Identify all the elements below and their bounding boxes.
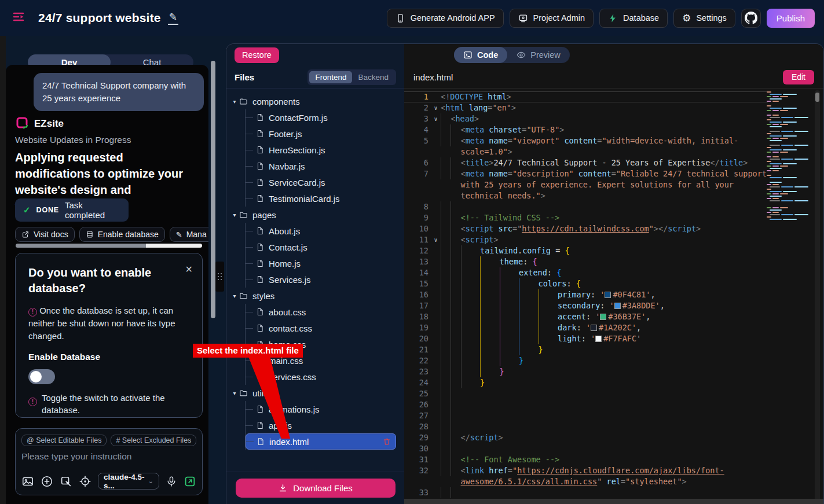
line-number: 31 (411, 454, 431, 465)
download-files-button[interactable]: Download Files (236, 479, 395, 498)
fold-gutter (431, 135, 441, 157)
file-contactform-js[interactable]: ContactForm.js (246, 109, 400, 126)
fold-chevron-icon[interactable]: ∨ (431, 234, 441, 245)
sidebar-vertical-scrollbar[interactable] (211, 61, 215, 318)
code-text (461, 421, 768, 432)
fold-gutter (431, 421, 441, 432)
download-label: Download Files (293, 483, 353, 493)
restore-button[interactable]: Restore (235, 47, 279, 63)
file-servicecard-js[interactable]: ServiceCard.js (246, 174, 400, 190)
tab-preview[interactable]: Preview (507, 47, 570, 63)
file-about-css[interactable]: about.css (246, 304, 400, 320)
add-icon[interactable] (41, 475, 53, 488)
close-icon[interactable]: ✕ (185, 264, 193, 275)
code-text: colors: { (539, 278, 768, 289)
actions-horizontal-scrollbar[interactable] (16, 244, 202, 248)
target-icon[interactable] (79, 475, 91, 488)
dialog-title: Do you want to enable database? (28, 265, 173, 296)
folder-children: About.jsContact.jsHome.jsServices.js (245, 223, 400, 288)
folder-utils[interactable]: ▾utils (230, 385, 400, 401)
code-line-23: 23 } (404, 366, 768, 377)
code-text: extend: { (519, 267, 768, 278)
admin-icon (518, 13, 528, 23)
fold-gutter (431, 487, 441, 498)
file-about-js[interactable]: About.js (246, 223, 400, 239)
delete-file-icon[interactable] (383, 437, 391, 446)
brand-name: EZsite (34, 118, 64, 130)
code-text: } (500, 366, 768, 377)
mic-icon[interactable] (166, 476, 177, 487)
file-icon (256, 162, 269, 170)
file-home-js[interactable]: Home.js (246, 255, 400, 271)
chevron-down-icon: ▾ (230, 212, 239, 218)
file-name: Navbar.js (269, 161, 305, 171)
editor-horizontal-scrollbar[interactable] (404, 499, 823, 504)
line-number: 5 (411, 135, 431, 157)
edit-button[interactable]: Edit (783, 70, 814, 84)
line-number: 29 (411, 432, 431, 443)
code-line-5: 5 <meta name="viewport" content="width=d… (404, 135, 768, 157)
expand-send-icon[interactable] (184, 475, 196, 488)
file-index-html[interactable]: index.html (246, 433, 396, 450)
folder-pages[interactable]: ▾pages (230, 207, 400, 223)
instruction-input[interactable]: Please type your instruction (21, 451, 196, 462)
line-number: 8 (411, 201, 431, 212)
files-title: Files (235, 72, 254, 82)
annotation-label: Select the index.html file (193, 344, 303, 358)
code-line-24: 24 } (404, 377, 768, 388)
minimap[interactable] (767, 91, 808, 228)
tab-backend[interactable]: Backend (352, 71, 394, 83)
enable-database-toggle[interactable] (28, 369, 55, 384)
code-text: <head> (451, 113, 768, 124)
github-button[interactable] (741, 9, 761, 28)
file-navbar-js[interactable]: Navbar.js (246, 158, 400, 174)
file-name: about.css (269, 307, 306, 317)
code-text: <meta name="viewport" content="width=dev… (461, 135, 768, 157)
generate-android-app-button[interactable]: Generate Android APP (387, 9, 504, 28)
edit-title-icon[interactable]: ✎ (168, 11, 178, 25)
file-contact-css[interactable]: contact.css (246, 320, 400, 336)
code-text: <!DOCTYPE html> (441, 91, 768, 102)
mana-button[interactable]: ✎Mana (170, 227, 208, 242)
file-herosection-js[interactable]: HeroSection.js (246, 142, 400, 158)
element-select-icon[interactable] (60, 475, 72, 488)
project-admin-button[interactable]: Project Admin (510, 9, 594, 28)
database-button[interactable]: Database (599, 9, 668, 28)
folder-components[interactable]: ▾components (230, 93, 400, 109)
file-filter-chip[interactable]: # Select Excluded Files (111, 435, 196, 446)
file-contact-js[interactable]: Contact.js (246, 239, 400, 255)
file-filter-chip[interactable]: @ Select Editable Files (21, 435, 107, 446)
code-text: <html lang="en"> (441, 102, 768, 113)
image-upload-icon[interactable] (21, 475, 34, 488)
file-app-js[interactable]: app.js (246, 417, 400, 433)
settings-button[interactable]: ⚙Settings (673, 9, 735, 28)
publish-button[interactable]: Publish (767, 9, 815, 28)
dialog-warning: ! Once the database is set up, it can ne… (28, 304, 189, 343)
fold-chevron-icon[interactable]: ∨ (431, 113, 441, 124)
file-services-js[interactable]: Services.js (246, 271, 400, 288)
code-line-20: 20 light: '#F7FAFC' (404, 333, 768, 344)
tab-frontend[interactable]: Frontend (309, 71, 352, 83)
line-number: 16 (411, 289, 431, 300)
fold-gutter (431, 300, 441, 311)
code-line-9: 9 <!-- Tailwind CSS --> (404, 212, 768, 223)
folder-icon (239, 97, 252, 106)
fold-gutter (431, 366, 441, 377)
file-testimonialcard-js[interactable]: TestimonialCard.js (246, 190, 400, 207)
enable-database-button[interactable]: Enable database (79, 227, 165, 242)
menu-icon[interactable] (12, 10, 25, 26)
folder-name: pages (252, 210, 276, 220)
fold-gutter (431, 157, 441, 168)
model-select[interactable]: claude-4.5-s... ⌄ (98, 473, 159, 490)
folder-styles[interactable]: ▾styles (230, 288, 400, 304)
code-line-4: 4 <meta charset="UTF-8"> (404, 124, 768, 135)
panel-resize-handle[interactable] (215, 262, 224, 292)
chevron-down-icon: ▾ (230, 293, 239, 299)
line-number: 2 (411, 102, 431, 113)
file-footer-js[interactable]: Footer.js (246, 126, 400, 142)
file-name: Footer.js (269, 129, 302, 139)
editor-vertical-scrollbar[interactable] (815, 90, 820, 504)
visit-docs-button[interactable]: Visit docs (15, 227, 75, 242)
tab-code[interactable]: Code (454, 47, 507, 63)
fold-chevron-icon[interactable]: ∨ (431, 102, 441, 113)
